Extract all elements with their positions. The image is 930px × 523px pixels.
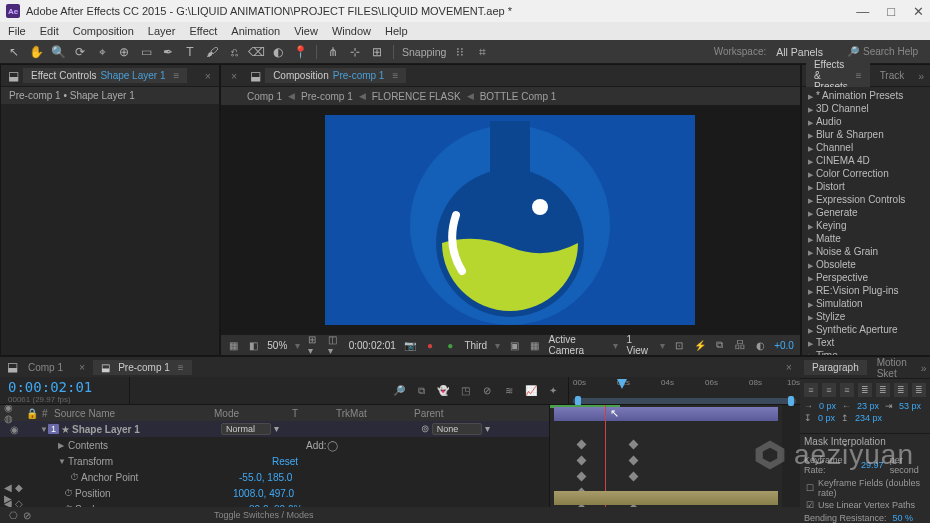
- clone-tool-icon[interactable]: ⎌: [226, 44, 242, 60]
- menu-file[interactable]: File: [8, 25, 26, 37]
- effect-category[interactable]: Generate: [806, 206, 926, 219]
- view-axis-icon[interactable]: ⊞: [369, 44, 385, 60]
- eraser-tool-icon[interactable]: ⌫: [248, 44, 264, 60]
- panel-chevron-icon[interactable]: ⬓: [5, 68, 21, 84]
- roi-icon[interactable]: ▣: [508, 338, 520, 352]
- snapshot-icon[interactable]: 📷: [404, 338, 416, 352]
- menu-help[interactable]: Help: [385, 25, 408, 37]
- tab-composition[interactable]: Composition Pre-comp 1 ≡: [265, 68, 406, 83]
- menu-animation[interactable]: Animation: [231, 25, 280, 37]
- layer-bar-2[interactable]: [554, 491, 778, 505]
- tab-precomp1[interactable]: ⬓Pre-comp 1≡: [93, 360, 192, 375]
- indent-right[interactable]: 23 px: [857, 401, 879, 411]
- align-center-icon[interactable]: ≡: [822, 383, 836, 397]
- align-left-icon[interactable]: ≡: [804, 383, 818, 397]
- stopwatch-icon[interactable]: ⏱: [64, 488, 73, 498]
- menu-view[interactable]: View: [294, 25, 318, 37]
- anchor-value[interactable]: -55.0, 185.0: [239, 472, 292, 483]
- red-channel-icon[interactable]: ●: [424, 338, 436, 352]
- search-help[interactable]: 🔎 Search Help: [847, 46, 918, 57]
- snap-icon[interactable]: ⌗: [474, 44, 490, 60]
- viewer-time[interactable]: 0:00:02:01: [349, 340, 396, 351]
- res-icon[interactable]: ◧: [247, 338, 259, 352]
- effect-category[interactable]: CINEMA 4D: [806, 154, 926, 167]
- tab-close-icon[interactable]: ×: [782, 361, 796, 373]
- pen-tool-icon[interactable]: ✒: [160, 44, 176, 60]
- keyframe-icon[interactable]: [577, 440, 587, 450]
- close-icon[interactable]: ✕: [913, 4, 924, 19]
- tab-motion-sketch[interactable]: Motion Sket: [869, 355, 915, 381]
- search-layer-icon[interactable]: 🔎: [392, 384, 406, 398]
- panel-overflow-icon[interactable]: »: [917, 362, 930, 374]
- justify-center-icon[interactable]: ≣: [876, 383, 890, 397]
- rotate-tool-icon[interactable]: ⟳: [72, 44, 88, 60]
- effect-category[interactable]: Text: [806, 336, 926, 349]
- zoom-dropdown[interactable]: 50%: [267, 340, 287, 351]
- bending-resistance[interactable]: 50 %: [893, 513, 914, 523]
- menu-edit[interactable]: Edit: [40, 25, 59, 37]
- panel-close-icon[interactable]: ×: [201, 70, 215, 82]
- frameblend-toggle-icon[interactable]: ⊘: [20, 508, 34, 522]
- fast-preview-icon[interactable]: ⚡: [694, 338, 706, 352]
- toggle-switches-button[interactable]: Toggle Switches / Modes: [214, 510, 314, 520]
- roto-tool-icon[interactable]: ◐: [270, 44, 286, 60]
- stopwatch-icon[interactable]: ⏱: [70, 472, 79, 482]
- pixel-icon[interactable]: ⊡: [673, 338, 685, 352]
- justify-all-icon[interactable]: ≣: [912, 383, 926, 397]
- panbehind-tool-icon[interactable]: ⊕: [116, 44, 132, 60]
- reset-link[interactable]: Reset: [272, 456, 298, 467]
- shy-icon[interactable]: 👻: [436, 384, 450, 398]
- keyframe-icon[interactable]: [629, 472, 639, 482]
- panel-nav-icon[interactable]: ×: [227, 70, 241, 82]
- keyframe-icon[interactable]: [629, 456, 639, 466]
- nav-comp1[interactable]: Comp 1: [247, 91, 282, 102]
- draft3d-icon[interactable]: ◳: [458, 384, 472, 398]
- green-channel-icon[interactable]: ●: [444, 338, 456, 352]
- layer-name[interactable]: Shape Layer 1: [72, 424, 140, 435]
- transparency-icon[interactable]: ▦: [528, 338, 540, 352]
- work-area[interactable]: [573, 398, 796, 404]
- mask-icon[interactable]: ◫ ▾: [328, 338, 340, 352]
- camera-dropdown[interactable]: Active Camera: [548, 334, 605, 356]
- effect-category[interactable]: 3D Channel: [806, 102, 926, 115]
- comp-mini-icon[interactable]: ⧉: [414, 384, 428, 398]
- layer-bar-1[interactable]: [554, 407, 778, 421]
- checkbox-kf-fields[interactable]: ☐: [806, 483, 814, 493]
- nav-precomp1[interactable]: Pre-comp 1: [301, 91, 353, 102]
- puppet-tool-icon[interactable]: 📍: [292, 44, 308, 60]
- track-area[interactable]: ↖: [550, 405, 782, 507]
- panel-chevron-icon[interactable]: ⬓: [4, 359, 20, 375]
- checkbox-linear-vertex[interactable]: ☑: [806, 500, 814, 510]
- effect-category[interactable]: Channel: [806, 141, 926, 154]
- workspace-dropdown[interactable]: All Panels: [776, 46, 823, 58]
- effect-category[interactable]: Simulation: [806, 297, 926, 310]
- effect-category[interactable]: Noise & Grain: [806, 245, 926, 258]
- timecode[interactable]: 0:00:02:01: [8, 379, 121, 395]
- justify-right-icon[interactable]: ≣: [894, 383, 908, 397]
- selection-tool-icon[interactable]: ↖: [6, 44, 22, 60]
- snapping-label[interactable]: Snapping: [402, 46, 446, 58]
- nav-bottle[interactable]: BOTTLE Comp 1: [480, 91, 557, 102]
- layer-color-label[interactable]: 1: [48, 424, 59, 434]
- hand-tool-icon[interactable]: ✋: [28, 44, 44, 60]
- effects-list[interactable]: * Animation Presets3D ChannelAudioBlur &…: [802, 87, 930, 355]
- local-axis-icon[interactable]: ⊹: [347, 44, 363, 60]
- effect-category[interactable]: Expression Controls: [806, 193, 926, 206]
- effect-category[interactable]: Matte: [806, 232, 926, 245]
- effect-category[interactable]: Obsolete: [806, 258, 926, 271]
- indent-first[interactable]: 53 px: [899, 401, 921, 411]
- tab-effect-controls[interactable]: Effect Controls Shape Layer 1 ≡: [23, 68, 187, 83]
- tab-menu-icon[interactable]: ≡: [173, 70, 179, 81]
- prop-transform[interactable]: Transform: [66, 456, 226, 467]
- twirl-icon[interactable]: ▼: [40, 425, 48, 434]
- menu-layer[interactable]: Layer: [148, 25, 176, 37]
- indent-left[interactable]: 0 px: [819, 401, 836, 411]
- camera-tool-icon[interactable]: ⌖: [94, 44, 110, 60]
- exposure-value[interactable]: +0.0: [774, 340, 794, 351]
- effect-category[interactable]: Color Correction: [806, 167, 926, 180]
- tab-paragraph[interactable]: Paragraph: [804, 360, 867, 375]
- brainstorm-icon[interactable]: ✦: [546, 384, 560, 398]
- time-ruler[interactable]: 00s 02s 04s 06s 08s 10s: [569, 377, 800, 391]
- snap-opt-icon[interactable]: ⁝⁝: [452, 44, 468, 60]
- panel-overflow-icon[interactable]: »: [914, 70, 928, 82]
